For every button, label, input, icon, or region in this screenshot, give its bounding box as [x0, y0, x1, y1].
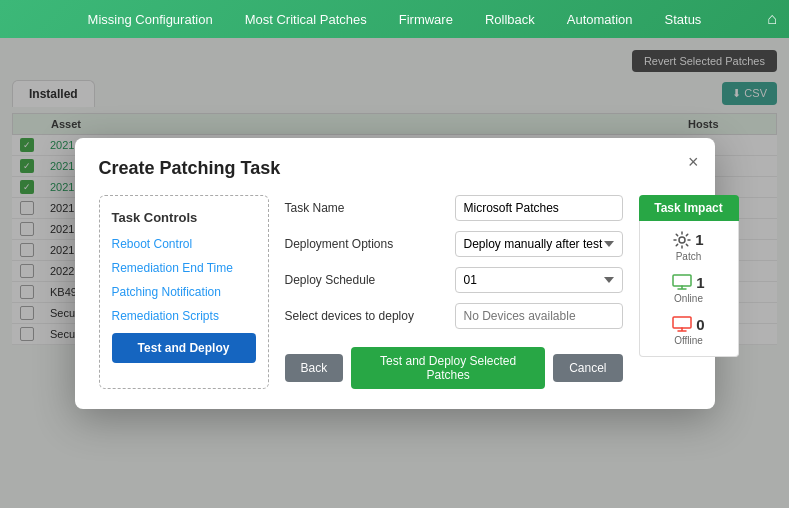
task-name-row: Task Name [285, 195, 623, 221]
monitor-online-icon [672, 274, 692, 290]
task-form: Task Name Deployment Options Deploy manu… [285, 195, 623, 389]
patch-impact-item: 1 Patch [648, 231, 730, 262]
deploy-schedule-row: Deploy Schedule 01 [285, 267, 623, 293]
devices-label: Select devices to deploy [285, 309, 445, 323]
nav-status[interactable]: Status [665, 12, 702, 27]
svg-rect-1 [673, 275, 691, 286]
back-button[interactable]: Back [285, 354, 344, 382]
task-controls-panel: Task Controls Reboot Control Remediation… [99, 195, 269, 389]
patch-icon-row: 1 [673, 231, 703, 249]
test-deploy-button[interactable]: Test and Deploy Selected Patches [351, 347, 545, 389]
impact-body: 1 Patch 1 Onl [639, 221, 739, 357]
patch-label: Patch [676, 251, 702, 262]
reboot-control-item[interactable]: Reboot Control [112, 237, 256, 251]
test-and-deploy-button[interactable]: Test and Deploy [112, 333, 256, 363]
main-area: Revert Selected Patches Installed ⬇ CSV … [0, 38, 789, 508]
top-navigation: Missing Configuration Most Critical Patc… [0, 0, 789, 38]
modal-overlay: Create Patching Task × Task Controls Reb… [0, 38, 789, 508]
modal-close-button[interactable]: × [688, 152, 699, 173]
deployment-label: Deployment Options [285, 237, 445, 251]
nav-missing-config[interactable]: Missing Configuration [88, 12, 213, 27]
nav-automation[interactable]: Automation [567, 12, 633, 27]
online-impact-item: 1 Online [648, 274, 730, 304]
task-impact-panel: Task Impact 1 Patch [639, 195, 739, 389]
online-icon-row: 1 [672, 274, 704, 291]
monitor-offline-icon [672, 316, 692, 332]
schedule-select[interactable]: 01 [455, 267, 623, 293]
svg-rect-2 [673, 317, 691, 328]
patching-notification-item[interactable]: Patching Notification [112, 285, 256, 299]
modal-body: Task Controls Reboot Control Remediation… [99, 195, 691, 389]
gear-icon [673, 231, 691, 249]
home-icon[interactable]: ⌂ [767, 10, 777, 28]
nav-firmware[interactable]: Firmware [399, 12, 453, 27]
deployment-select[interactable]: Deploy manually after test [455, 231, 623, 257]
offline-icon-row: 0 [672, 316, 704, 333]
modal-title: Create Patching Task [99, 158, 691, 179]
remediation-end-item[interactable]: Remediation End Time [112, 261, 256, 275]
patch-count: 1 [695, 231, 703, 248]
offline-label: Offline [674, 335, 703, 346]
schedule-label: Deploy Schedule [285, 273, 445, 287]
form-actions: Back Test and Deploy Selected Patches Ca… [285, 347, 623, 389]
online-label: Online [674, 293, 703, 304]
offline-impact-item: 0 Offline [648, 316, 730, 346]
impact-header: Task Impact [639, 195, 739, 221]
svg-point-0 [679, 237, 685, 243]
task-controls-title: Task Controls [112, 210, 256, 225]
nav-rollback[interactable]: Rollback [485, 12, 535, 27]
deployment-options-row: Deployment Options Deploy manually after… [285, 231, 623, 257]
task-name-label: Task Name [285, 201, 445, 215]
devices-row: Select devices to deploy [285, 303, 623, 329]
nav-most-critical[interactable]: Most Critical Patches [245, 12, 367, 27]
cancel-button[interactable]: Cancel [553, 354, 622, 382]
devices-input[interactable] [455, 303, 623, 329]
online-count: 1 [696, 274, 704, 291]
remediation-scripts-item[interactable]: Remediation Scripts [112, 309, 256, 323]
offline-count: 0 [696, 316, 704, 333]
task-name-input[interactable] [455, 195, 623, 221]
create-patching-task-modal: Create Patching Task × Task Controls Reb… [75, 138, 715, 409]
